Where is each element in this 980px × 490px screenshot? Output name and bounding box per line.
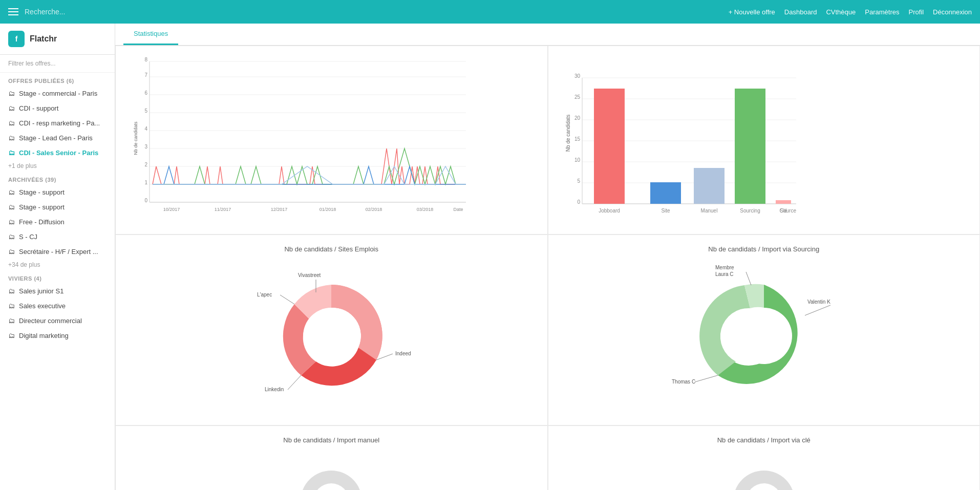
svg-text:Vivastreet: Vivastreet bbox=[298, 272, 321, 278]
svg-text:10/2017: 10/2017 bbox=[163, 207, 180, 212]
donut-manuel-panel: Nb de candidats / Import manuel bbox=[115, 425, 548, 490]
main-tabs: Statistiques bbox=[115, 24, 980, 46]
svg-text:Indeed: Indeed bbox=[395, 351, 411, 356]
svg-text:Valentin K: Valentin K bbox=[807, 299, 830, 305]
svg-text:20: 20 bbox=[574, 115, 580, 121]
svg-text:03/2018: 03/2018 bbox=[417, 207, 434, 212]
nav-profil[interactable]: Profil bbox=[908, 8, 924, 16]
svg-text:02/2018: 02/2018 bbox=[366, 207, 382, 212]
briefcase-icon-13: 🗂 bbox=[8, 317, 15, 325]
nav-search-placeholder[interactable]: Recherche... bbox=[25, 8, 65, 16]
briefcase-icon-10: 🗂 bbox=[8, 248, 15, 255]
bar-chart-svg: Nb de candidats 0 5 10 15 20 25 30 bbox=[561, 56, 806, 220]
svg-text:Nb de candidats: Nb de candidats bbox=[133, 121, 138, 155]
sidebar-item-s-cj[interactable]: 🗂 S - CJ bbox=[0, 229, 115, 244]
svg-text:Sourcing: Sourcing bbox=[740, 208, 760, 214]
sidebar-item-directeur-commercial[interactable]: 🗂 Directeur commercial bbox=[0, 313, 115, 328]
sidebar-item-stage-support-2[interactable]: 🗂 Stage - support bbox=[0, 200, 115, 215]
nav-dashboard[interactable]: Dashboard bbox=[784, 8, 817, 16]
svg-text:8: 8 bbox=[144, 57, 147, 62]
svg-text:10: 10 bbox=[574, 157, 580, 163]
main-content: Statistiques Nb de candidats 0 1 2 3 4 5… bbox=[115, 24, 980, 490]
svg-text:30: 30 bbox=[574, 73, 580, 79]
briefcase-icon-6: 🗂 bbox=[8, 188, 15, 196]
hamburger-menu[interactable] bbox=[8, 8, 18, 15]
svg-text:Thomas C: Thomas C bbox=[672, 379, 695, 385]
briefcase-icon-2: 🗂 bbox=[8, 104, 15, 112]
donut-sites-panel: Nb de candidats / Sites Emplois bbox=[115, 235, 548, 425]
tab-statistiques[interactable]: Statistiques bbox=[123, 24, 178, 45]
briefcase-icon-12: 🗂 bbox=[8, 302, 15, 310]
nav-parametres[interactable]: Paramètres bbox=[865, 8, 899, 16]
sidebar-item-stage-support-1[interactable]: 🗂 Stage - support bbox=[0, 185, 115, 200]
sidebar-more-publiees[interactable]: +1 de plus bbox=[0, 160, 115, 172]
svg-text:L'apec: L'apec bbox=[257, 292, 272, 297]
sidebar-item-stage-commercial[interactable]: 🗂 Stage - commercial - Paris bbox=[0, 86, 115, 101]
svg-text:12/2017: 12/2017 bbox=[271, 207, 288, 212]
line-chart-panel: Nb de candidats 0 1 2 3 4 5 6 7 8 bbox=[115, 46, 548, 235]
donut-cle-title: Nb de candidats / Import via clé bbox=[561, 436, 968, 444]
sidebar-more-archivees[interactable]: +34 de plus bbox=[0, 259, 115, 270]
nav-nouvelle-offre[interactable]: + Nouvelle offre bbox=[729, 8, 775, 16]
sidebar-item-cdi-marketing[interactable]: 🗂 CDI - resp marketing - Pa... bbox=[0, 116, 115, 131]
svg-text:01/2018: 01/2018 bbox=[319, 207, 336, 212]
nav-cvtheque[interactable]: CVthèque bbox=[826, 8, 856, 16]
svg-line-59 bbox=[805, 305, 830, 315]
briefcase-icon-8: 🗂 bbox=[8, 218, 15, 226]
sidebar: f Flatchr Filtrer les offres... OFFRES P… bbox=[0, 24, 115, 490]
donut-sites-title: Nb de candidats / Sites Emplois bbox=[128, 245, 535, 253]
donut-sourcing-svg: Valentin K Thomas C Membre Laura C bbox=[667, 259, 861, 413]
svg-line-55 bbox=[280, 295, 294, 304]
section-title-publiees: OFFRES PUBLIÉES (6) bbox=[0, 73, 115, 86]
svg-text:Site: Site bbox=[661, 208, 670, 214]
section-title-viviers: VIVIERS (4) bbox=[0, 270, 115, 284]
svg-line-53 bbox=[288, 375, 301, 390]
svg-text:15: 15 bbox=[574, 136, 580, 142]
donut-manuel-svg bbox=[280, 455, 382, 490]
sidebar-item-free-diffusion[interactable]: 🗂 Free - Diffusion bbox=[0, 215, 115, 229]
svg-text:Manuel: Manuel bbox=[700, 208, 717, 214]
sidebar-item-stage-leadgen[interactable]: 🗂 Stage - Lead Gen - Paris bbox=[0, 131, 115, 145]
briefcase-icon-4: 🗂 bbox=[8, 134, 15, 142]
charts-grid: Nb de candidats 0 1 2 3 4 5 6 7 8 bbox=[115, 46, 980, 490]
sidebar-item-cdi-support[interactable]: 🗂 CDI - support bbox=[0, 101, 115, 116]
nav-deconnexion[interactable]: Déconnexion bbox=[933, 8, 972, 16]
svg-text:2: 2 bbox=[144, 162, 147, 167]
svg-text:11/2017: 11/2017 bbox=[215, 207, 231, 212]
svg-text:Date: Date bbox=[453, 207, 463, 212]
briefcase-icon-11: 🗂 bbox=[8, 287, 15, 295]
sidebar-item-cdi-sales-senior[interactable]: 🗂 CDI - Sales Senior - Paris bbox=[0, 145, 115, 160]
svg-text:Laura C: Laura C bbox=[715, 271, 734, 277]
bar-cle bbox=[776, 200, 791, 204]
bar-sourcing bbox=[735, 89, 765, 204]
sidebar-logo: f Flatchr bbox=[0, 24, 115, 55]
sidebar-item-secretaire[interactable]: 🗂 Secrétaire - H/F / Expert ... bbox=[0, 244, 115, 259]
briefcase-icon-9: 🗂 bbox=[8, 233, 15, 241]
svg-line-61 bbox=[695, 375, 718, 382]
nav-right: + Nouvelle offre Dashboard CVthèque Para… bbox=[729, 8, 972, 16]
svg-text:25: 25 bbox=[574, 94, 580, 100]
donut-sourcing-inner bbox=[736, 308, 792, 364]
bar-jobboard bbox=[594, 89, 625, 204]
sidebar-filter[interactable]: Filtrer les offres... bbox=[0, 55, 115, 73]
svg-text:Membre: Membre bbox=[715, 265, 734, 270]
sidebar-item-sales-junior[interactable]: 🗂 Sales junior S1 bbox=[0, 284, 115, 299]
logo-icon: f bbox=[8, 31, 25, 47]
svg-text:3: 3 bbox=[144, 144, 147, 150]
donut-inner-circle bbox=[303, 308, 359, 364]
company-name: Flatchr bbox=[30, 34, 57, 44]
briefcase-icon-3: 🗂 bbox=[8, 119, 15, 127]
sidebar-item-digital-marketing[interactable]: 🗂 Digital marketing bbox=[0, 328, 115, 343]
svg-text:0: 0 bbox=[144, 198, 147, 203]
briefcase-icon-14: 🗂 bbox=[8, 332, 15, 339]
svg-text:Source: Source bbox=[780, 208, 796, 214]
briefcase-icon: 🗂 bbox=[8, 90, 15, 97]
svg-text:Linkedin: Linkedin bbox=[265, 387, 284, 392]
donut-manuel-title: Nb de candidats / Import manuel bbox=[128, 436, 535, 444]
line-chart-svg: Nb de candidats 0 1 2 3 4 5 6 7 8 bbox=[128, 56, 476, 220]
top-navbar: Recherche... + Nouvelle offre Dashboard … bbox=[0, 0, 980, 24]
bar-chart-panel: Nb de candidats 0 5 10 15 20 25 30 bbox=[548, 46, 981, 235]
svg-line-63 bbox=[746, 272, 751, 285]
sidebar-item-sales-executive[interactable]: 🗂 Sales executive bbox=[0, 299, 115, 313]
svg-text:4: 4 bbox=[144, 126, 147, 132]
